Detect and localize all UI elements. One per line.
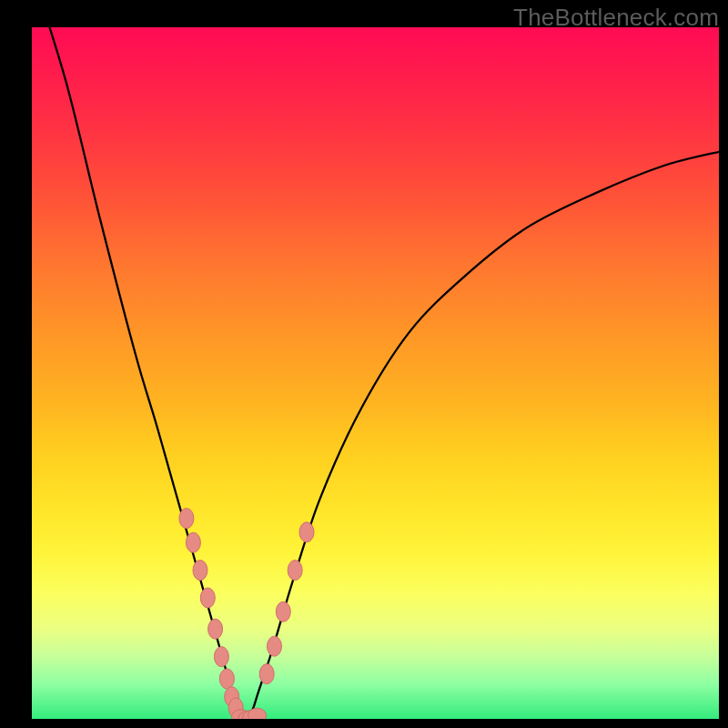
bottleneck-curve-svg: [32, 27, 719, 719]
data-marker: [186, 532, 200, 552]
data-marker: [276, 602, 290, 622]
data-marker: [259, 664, 274, 684]
data-marker: [193, 561, 207, 581]
data-marker: [214, 647, 228, 667]
data-marker: [268, 636, 282, 656]
watermark-text: TheBottleneck.com: [513, 4, 719, 32]
plot-area: [32, 27, 719, 719]
data-marker: [288, 561, 302, 581]
data-marker: [200, 588, 215, 608]
data-marker: [219, 669, 234, 689]
curve-layer: [32, 27, 719, 719]
data-marker: [248, 708, 267, 719]
data-marker: [299, 522, 314, 542]
chart-frame: TheBottleneck.com: [0, 0, 728, 728]
marker-layer: [179, 509, 314, 719]
bottleneck-curve: [32, 27, 719, 719]
data-marker: [179, 509, 194, 529]
data-marker: [208, 619, 223, 639]
